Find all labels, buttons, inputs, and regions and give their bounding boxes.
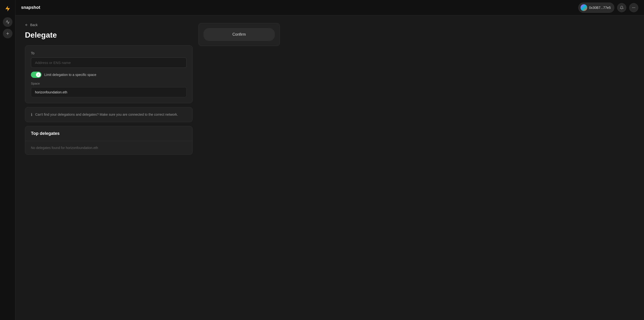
info-text: Can't find your delegations and delegate… (35, 112, 178, 117)
arrow-left-icon (25, 23, 28, 26)
back-link[interactable]: Back (25, 23, 38, 27)
info-card: ℹ Can't find your delegations and delega… (25, 107, 192, 122)
sidebar-item-create[interactable] (3, 29, 12, 38)
svg-point-3 (632, 8, 633, 8)
app-logo[interactable] (3, 4, 12, 14)
space-label: Space (31, 82, 187, 85)
wallet-badge[interactable]: 0x30B7...77e5 (578, 3, 614, 13)
topnav-left: snapshot (21, 5, 40, 10)
right-panel: Confirm (198, 23, 280, 312)
main-layout: Back Delegate To ✓ (15, 15, 644, 320)
top-delegates-card: Top delegates No delegates found for hor… (25, 126, 192, 155)
delegates-header: Top delegates (25, 126, 192, 141)
confirm-button[interactable]: Confirm (204, 28, 275, 41)
sidebar-item-activity[interactable] (3, 17, 12, 27)
toggle-check-icon: ✓ (38, 74, 39, 76)
toggle-label: Limit delegation to a specific space (44, 73, 96, 77)
more-options-button[interactable] (629, 3, 638, 12)
svg-marker-0 (5, 6, 10, 11)
wallet-avatar (580, 4, 587, 11)
sidebar (0, 0, 15, 320)
toggle-track: ✓ (31, 72, 42, 78)
confirm-card: Confirm (198, 23, 280, 46)
limit-delegation-toggle[interactable]: ✓ (31, 72, 42, 78)
app-title: snapshot (21, 5, 40, 10)
delegates-empty: No delegates found for horizonfoundation… (25, 141, 192, 154)
topnav: snapshot 0x30B7...77e5 (15, 0, 644, 15)
svg-point-5 (635, 8, 635, 8)
app-container: snapshot 0x30B7...77e5 (15, 0, 644, 320)
content-area: Back Delegate To ✓ (15, 15, 644, 320)
space-value: horizonfoundation.eth (31, 87, 187, 97)
address-input[interactable] (31, 58, 187, 68)
toggle-thumb: ✓ (36, 72, 41, 77)
to-label: To (31, 51, 187, 55)
back-label: Back (30, 23, 38, 27)
left-panel: Back Delegate To ✓ (25, 23, 192, 312)
svg-point-4 (634, 8, 634, 8)
notifications-button[interactable] (617, 3, 626, 12)
page-title: Delegate (25, 31, 192, 40)
delegate-form-card: To ✓ Limit delegation to a specific spac… (25, 45, 192, 103)
toggle-row: ✓ Limit delegation to a specific space (31, 72, 187, 78)
wallet-address: 0x30B7...77e5 (589, 6, 611, 10)
topnav-right: 0x30B7...77e5 (578, 3, 638, 13)
info-icon: ℹ (31, 112, 32, 117)
